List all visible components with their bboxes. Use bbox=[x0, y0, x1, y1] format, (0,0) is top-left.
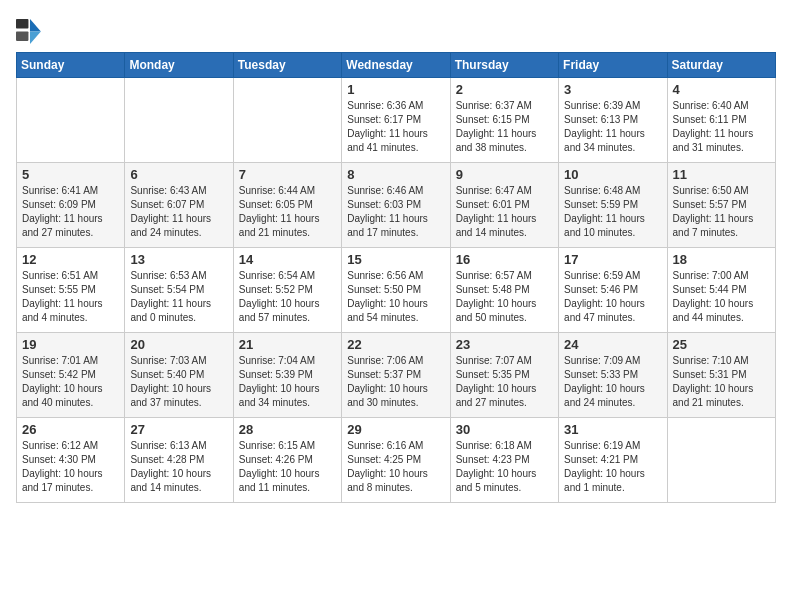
calendar-header-row: SundayMondayTuesdayWednesdayThursdayFrid… bbox=[17, 53, 776, 78]
calendar-day-1: 1Sunrise: 6:36 AM Sunset: 6:17 PM Daylig… bbox=[342, 78, 450, 163]
calendar-week-0: 1Sunrise: 6:36 AM Sunset: 6:17 PM Daylig… bbox=[17, 78, 776, 163]
day-number: 11 bbox=[673, 167, 770, 182]
day-info: Sunrise: 6:19 AM Sunset: 4:21 PM Dayligh… bbox=[564, 439, 661, 495]
day-number: 14 bbox=[239, 252, 336, 267]
calendar-day-23: 23Sunrise: 7:07 AM Sunset: 5:35 PM Dayli… bbox=[450, 333, 558, 418]
day-number: 27 bbox=[130, 422, 227, 437]
day-info: Sunrise: 7:07 AM Sunset: 5:35 PM Dayligh… bbox=[456, 354, 553, 410]
calendar-day-5: 5Sunrise: 6:41 AM Sunset: 6:09 PM Daylig… bbox=[17, 163, 125, 248]
day-info: Sunrise: 7:10 AM Sunset: 5:31 PM Dayligh… bbox=[673, 354, 770, 410]
calendar-day-28: 28Sunrise: 6:15 AM Sunset: 4:26 PM Dayli… bbox=[233, 418, 341, 503]
calendar-day-21: 21Sunrise: 7:04 AM Sunset: 5:39 PM Dayli… bbox=[233, 333, 341, 418]
calendar-header-monday: Monday bbox=[125, 53, 233, 78]
calendar-week-4: 26Sunrise: 6:12 AM Sunset: 4:30 PM Dayli… bbox=[17, 418, 776, 503]
day-number: 31 bbox=[564, 422, 661, 437]
day-info: Sunrise: 7:06 AM Sunset: 5:37 PM Dayligh… bbox=[347, 354, 444, 410]
day-number: 26 bbox=[22, 422, 119, 437]
calendar-empty-cell bbox=[667, 418, 775, 503]
day-info: Sunrise: 6:37 AM Sunset: 6:15 PM Dayligh… bbox=[456, 99, 553, 155]
day-info: Sunrise: 6:57 AM Sunset: 5:48 PM Dayligh… bbox=[456, 269, 553, 325]
day-number: 9 bbox=[456, 167, 553, 182]
calendar-day-31: 31Sunrise: 6:19 AM Sunset: 4:21 PM Dayli… bbox=[559, 418, 667, 503]
day-info: Sunrise: 6:54 AM Sunset: 5:52 PM Dayligh… bbox=[239, 269, 336, 325]
day-info: Sunrise: 6:47 AM Sunset: 6:01 PM Dayligh… bbox=[456, 184, 553, 240]
calendar-day-14: 14Sunrise: 6:54 AM Sunset: 5:52 PM Dayli… bbox=[233, 248, 341, 333]
calendar-day-11: 11Sunrise: 6:50 AM Sunset: 5:57 PM Dayli… bbox=[667, 163, 775, 248]
calendar-day-2: 2Sunrise: 6:37 AM Sunset: 6:15 PM Daylig… bbox=[450, 78, 558, 163]
calendar-day-19: 19Sunrise: 7:01 AM Sunset: 5:42 PM Dayli… bbox=[17, 333, 125, 418]
day-info: Sunrise: 6:44 AM Sunset: 6:05 PM Dayligh… bbox=[239, 184, 336, 240]
day-number: 22 bbox=[347, 337, 444, 352]
calendar-header-sunday: Sunday bbox=[17, 53, 125, 78]
calendar-day-22: 22Sunrise: 7:06 AM Sunset: 5:37 PM Dayli… bbox=[342, 333, 450, 418]
day-info: Sunrise: 6:39 AM Sunset: 6:13 PM Dayligh… bbox=[564, 99, 661, 155]
calendar-day-25: 25Sunrise: 7:10 AM Sunset: 5:31 PM Dayli… bbox=[667, 333, 775, 418]
calendar-header-saturday: Saturday bbox=[667, 53, 775, 78]
calendar-day-3: 3Sunrise: 6:39 AM Sunset: 6:13 PM Daylig… bbox=[559, 78, 667, 163]
day-info: Sunrise: 6:41 AM Sunset: 6:09 PM Dayligh… bbox=[22, 184, 119, 240]
svg-rect-3 bbox=[16, 19, 28, 28]
day-number: 23 bbox=[456, 337, 553, 352]
day-number: 30 bbox=[456, 422, 553, 437]
calendar-header-friday: Friday bbox=[559, 53, 667, 78]
calendar-day-16: 16Sunrise: 6:57 AM Sunset: 5:48 PM Dayli… bbox=[450, 248, 558, 333]
calendar-day-10: 10Sunrise: 6:48 AM Sunset: 5:59 PM Dayli… bbox=[559, 163, 667, 248]
calendar-header-tuesday: Tuesday bbox=[233, 53, 341, 78]
day-number: 24 bbox=[564, 337, 661, 352]
day-number: 20 bbox=[130, 337, 227, 352]
day-info: Sunrise: 7:00 AM Sunset: 5:44 PM Dayligh… bbox=[673, 269, 770, 325]
day-number: 18 bbox=[673, 252, 770, 267]
calendar-header-wednesday: Wednesday bbox=[342, 53, 450, 78]
day-info: Sunrise: 6:36 AM Sunset: 6:17 PM Dayligh… bbox=[347, 99, 444, 155]
day-number: 10 bbox=[564, 167, 661, 182]
calendar-day-15: 15Sunrise: 6:56 AM Sunset: 5:50 PM Dayli… bbox=[342, 248, 450, 333]
logo-icon bbox=[16, 16, 44, 44]
day-info: Sunrise: 6:56 AM Sunset: 5:50 PM Dayligh… bbox=[347, 269, 444, 325]
calendar-week-2: 12Sunrise: 6:51 AM Sunset: 5:55 PM Dayli… bbox=[17, 248, 776, 333]
calendar-day-18: 18Sunrise: 7:00 AM Sunset: 5:44 PM Dayli… bbox=[667, 248, 775, 333]
day-number: 28 bbox=[239, 422, 336, 437]
calendar-empty-cell bbox=[17, 78, 125, 163]
day-number: 3 bbox=[564, 82, 661, 97]
calendar-day-6: 6Sunrise: 6:43 AM Sunset: 6:07 PM Daylig… bbox=[125, 163, 233, 248]
svg-marker-1 bbox=[30, 19, 41, 31]
day-number: 15 bbox=[347, 252, 444, 267]
calendar-empty-cell bbox=[233, 78, 341, 163]
day-info: Sunrise: 6:53 AM Sunset: 5:54 PM Dayligh… bbox=[130, 269, 227, 325]
day-number: 16 bbox=[456, 252, 553, 267]
day-number: 12 bbox=[22, 252, 119, 267]
day-info: Sunrise: 6:15 AM Sunset: 4:26 PM Dayligh… bbox=[239, 439, 336, 495]
day-info: Sunrise: 7:04 AM Sunset: 5:39 PM Dayligh… bbox=[239, 354, 336, 410]
day-info: Sunrise: 6:46 AM Sunset: 6:03 PM Dayligh… bbox=[347, 184, 444, 240]
logo bbox=[16, 16, 48, 44]
day-info: Sunrise: 6:48 AM Sunset: 5:59 PM Dayligh… bbox=[564, 184, 661, 240]
day-number: 7 bbox=[239, 167, 336, 182]
header bbox=[16, 16, 776, 44]
calendar-header-thursday: Thursday bbox=[450, 53, 558, 78]
page-container: SundayMondayTuesdayWednesdayThursdayFrid… bbox=[16, 16, 776, 503]
calendar-day-8: 8Sunrise: 6:46 AM Sunset: 6:03 PM Daylig… bbox=[342, 163, 450, 248]
day-info: Sunrise: 7:09 AM Sunset: 5:33 PM Dayligh… bbox=[564, 354, 661, 410]
calendar-day-30: 30Sunrise: 6:18 AM Sunset: 4:23 PM Dayli… bbox=[450, 418, 558, 503]
day-number: 2 bbox=[456, 82, 553, 97]
calendar-day-27: 27Sunrise: 6:13 AM Sunset: 4:28 PM Dayli… bbox=[125, 418, 233, 503]
calendar-day-29: 29Sunrise: 6:16 AM Sunset: 4:25 PM Dayli… bbox=[342, 418, 450, 503]
calendar-day-9: 9Sunrise: 6:47 AM Sunset: 6:01 PM Daylig… bbox=[450, 163, 558, 248]
day-number: 13 bbox=[130, 252, 227, 267]
day-info: Sunrise: 6:43 AM Sunset: 6:07 PM Dayligh… bbox=[130, 184, 227, 240]
day-number: 5 bbox=[22, 167, 119, 182]
day-info: Sunrise: 6:16 AM Sunset: 4:25 PM Dayligh… bbox=[347, 439, 444, 495]
calendar-day-7: 7Sunrise: 6:44 AM Sunset: 6:05 PM Daylig… bbox=[233, 163, 341, 248]
svg-rect-4 bbox=[16, 32, 28, 41]
calendar-day-13: 13Sunrise: 6:53 AM Sunset: 5:54 PM Dayli… bbox=[125, 248, 233, 333]
day-number: 25 bbox=[673, 337, 770, 352]
day-info: Sunrise: 6:12 AM Sunset: 4:30 PM Dayligh… bbox=[22, 439, 119, 495]
calendar-day-17: 17Sunrise: 6:59 AM Sunset: 5:46 PM Dayli… bbox=[559, 248, 667, 333]
calendar-day-24: 24Sunrise: 7:09 AM Sunset: 5:33 PM Dayli… bbox=[559, 333, 667, 418]
day-number: 19 bbox=[22, 337, 119, 352]
day-number: 4 bbox=[673, 82, 770, 97]
day-number: 6 bbox=[130, 167, 227, 182]
day-info: Sunrise: 6:59 AM Sunset: 5:46 PM Dayligh… bbox=[564, 269, 661, 325]
day-number: 1 bbox=[347, 82, 444, 97]
calendar-day-20: 20Sunrise: 7:03 AM Sunset: 5:40 PM Dayli… bbox=[125, 333, 233, 418]
